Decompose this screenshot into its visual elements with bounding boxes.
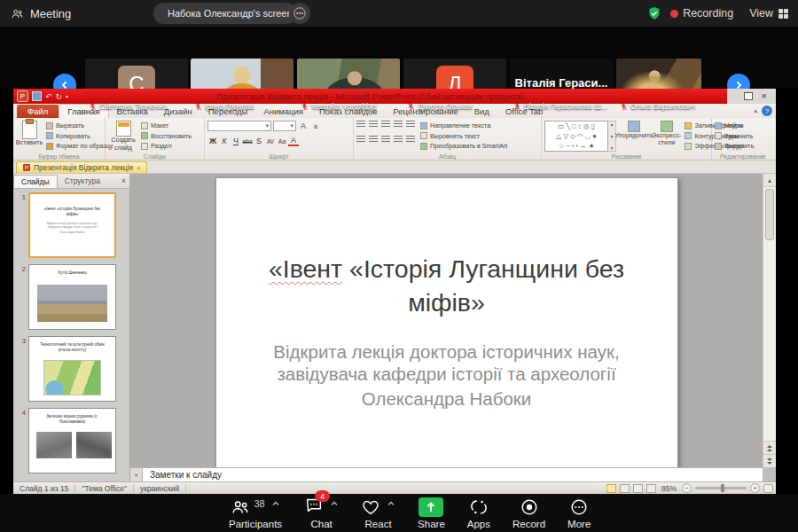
copy-button[interactable]: Копировать xyxy=(46,131,113,141)
participant-tile[interactable]: Ольга Барзилович xyxy=(616,59,701,113)
restore-window-icon[interactable] xyxy=(744,92,753,100)
font-color-button[interactable]: А xyxy=(288,136,299,146)
layout-button[interactable]: Макет xyxy=(141,121,192,130)
italic-button[interactable]: К xyxy=(219,137,230,145)
slideshow-view-button[interactable] xyxy=(646,484,656,493)
record-button[interactable]: Record xyxy=(512,497,545,529)
fit-to-window-button[interactable] xyxy=(763,484,773,493)
zoom-slider-handle[interactable] xyxy=(721,484,724,492)
notes-pane[interactable]: ▾ Заметки к слайду xyxy=(130,467,763,481)
tab-slides-thumbnails[interactable]: Слайды xyxy=(13,175,58,188)
text-direction-button[interactable]: Направление текста xyxy=(420,121,507,130)
chat-caret-icon[interactable] xyxy=(330,500,339,507)
share-button[interactable]: Share xyxy=(418,497,445,529)
slide-title[interactable]: «Івент «Історія Луганщини без міфів» xyxy=(216,253,677,319)
align-center-icon[interactable] xyxy=(369,136,378,144)
participant-name: Veronika Vorozhbyt xyxy=(311,102,376,111)
apps-button[interactable]: Apps xyxy=(467,497,490,529)
quick-styles-button[interactable]: Экспресс-стили xyxy=(652,121,681,152)
convert-smartart-button[interactable]: Преобразовать в SmartArt xyxy=(420,141,507,151)
font-size-select[interactable]: ▾ xyxy=(273,121,296,131)
more-button[interactable]: More xyxy=(567,497,591,529)
grow-font-button[interactable]: А xyxy=(298,121,309,130)
decrease-indent-icon[interactable] xyxy=(381,121,390,129)
zoom-slider[interactable] xyxy=(695,487,747,489)
react-caret-icon[interactable] xyxy=(387,500,395,507)
previous-slide-button[interactable] xyxy=(763,441,776,454)
chat-button[interactable]: 4 Chat xyxy=(304,497,339,529)
react-button[interactable]: React xyxy=(361,497,395,529)
zoom-level[interactable]: 85% xyxy=(661,484,677,493)
columns-icon[interactable] xyxy=(406,136,415,144)
numbering-icon[interactable] xyxy=(369,121,378,129)
participant-tile[interactable]: Віталія Гераси... Віталія Герасимова Ш..… xyxy=(510,59,613,113)
text-direction-icon xyxy=(420,122,427,129)
slides-panel: Слайды Структура × 1 «Івент «Історія Луг… xyxy=(13,174,130,481)
scrollbar-thumb[interactable] xyxy=(765,189,774,240)
participants-caret-icon[interactable] xyxy=(271,500,280,507)
align-left-icon[interactable] xyxy=(356,136,365,144)
close-window-icon[interactable]: × xyxy=(762,91,767,101)
document-tab-close-icon[interactable]: × xyxy=(137,165,140,171)
close-panel-icon[interactable]: × xyxy=(121,176,126,185)
align-right-icon[interactable] xyxy=(381,136,390,144)
shared-screen-options-button[interactable] xyxy=(289,3,310,24)
shared-screen-pill[interactable]: Набока Олександр's screen xyxy=(153,3,297,24)
participants-button[interactable]: 38 Participants xyxy=(229,497,282,529)
minimize-ribbon-icon[interactable]: ▴ xyxy=(754,107,757,114)
smartart-icon xyxy=(420,143,427,150)
format-painter-button[interactable]: Формат по образцу xyxy=(46,141,113,151)
character-spacing-button[interactable]: AV xyxy=(265,138,276,145)
paste-button[interactable]: Вставить xyxy=(16,121,43,152)
vertical-scrollbar[interactable]: ▲ xyxy=(763,174,776,467)
align-text-button[interactable]: Выровнять текст xyxy=(420,131,507,141)
slide-thumbnail-1[interactable]: 1 «Івент «Історія Луганщини безміфів» Ві… xyxy=(19,192,129,258)
slide-thumbnail-3[interactable]: 3 Технологічний та культурний обмін(епох… xyxy=(19,336,129,402)
editing-group: Найти Заменить Выделить Редактирование xyxy=(712,118,774,160)
slide-thumbnail-4[interactable]: 4 Залишки мідних рудників (с.Новозванівк… xyxy=(19,408,129,473)
cut-button[interactable]: Вырезать xyxy=(46,121,113,130)
section-button[interactable]: Раздел xyxy=(141,141,192,151)
font-group: ▾ ▾ А а Ж К Ч abc S AV Аа А Шрифт xyxy=(205,118,354,160)
document-tab[interactable]: P Презентація Відкрита лекція × xyxy=(16,161,147,173)
strikethrough-button[interactable]: abc xyxy=(242,138,253,145)
bold-button[interactable]: Ж xyxy=(207,137,218,145)
slide-thumbnail-2[interactable]: 2 Хутір Шевченко xyxy=(19,264,129,330)
text-shadow-button[interactable]: S xyxy=(254,137,264,145)
find-button[interactable]: Найти xyxy=(715,121,771,130)
muted-mic-icon xyxy=(620,103,628,111)
view-button[interactable]: View xyxy=(749,7,789,20)
reset-button[interactable]: Восстановить xyxy=(141,131,192,141)
reading-view-button[interactable] xyxy=(633,484,643,493)
select-button[interactable]: Выделить xyxy=(715,141,771,151)
font-name-select[interactable]: ▾ xyxy=(207,121,271,131)
slide-subtitle[interactable]: Відкрита лекція доктора історичних наук,… xyxy=(264,340,630,385)
increase-indent-icon[interactable] xyxy=(394,121,403,129)
tab-file[interactable]: Файл xyxy=(17,105,59,118)
notes-splitter-handle[interactable]: ▾ xyxy=(130,468,143,481)
line-spacing-icon[interactable] xyxy=(406,121,415,129)
bullets-icon[interactable] xyxy=(356,121,365,129)
slide-author[interactable]: Олександра Набоки xyxy=(216,388,677,410)
security-shield-icon[interactable] xyxy=(647,6,661,20)
next-slide-button[interactable] xyxy=(763,454,776,467)
change-case-button[interactable]: Аа xyxy=(277,138,287,145)
slide[interactable]: «Івент «Історія Луганщини без міфів» Від… xyxy=(215,177,678,467)
scroll-up-icon[interactable]: ▲ xyxy=(763,174,776,187)
tab-outline[interactable]: Структура xyxy=(58,175,107,187)
normal-view-button[interactable] xyxy=(606,484,616,493)
shapes-gallery[interactable]: ▭ ╲ □ ○ ◎ ▯ △ ▽ ◇ ◠ ◡ ● ☆ ~ ‹ › ↔ ★ xyxy=(544,121,608,152)
zoom-out-button[interactable]: − xyxy=(682,483,692,493)
new-slide-button[interactable]: Создать слайд xyxy=(108,121,138,152)
justify-icon[interactable] xyxy=(394,136,403,144)
language-indicator[interactable]: украинский xyxy=(134,484,186,493)
slide-sorter-view-button[interactable] xyxy=(620,484,630,493)
muted-mic-icon xyxy=(407,103,415,111)
help-icon[interactable]: ? xyxy=(762,106,772,116)
zoom-in-button[interactable]: + xyxy=(750,483,760,493)
participant-name: Віталія Герасимова Ш... xyxy=(524,102,607,111)
underline-button[interactable]: Ч xyxy=(231,137,241,145)
replace-button[interactable]: Заменить xyxy=(715,131,771,141)
shrink-font-button[interactable]: а xyxy=(310,123,321,129)
arrange-button[interactable]: Упорядочить xyxy=(620,121,648,152)
